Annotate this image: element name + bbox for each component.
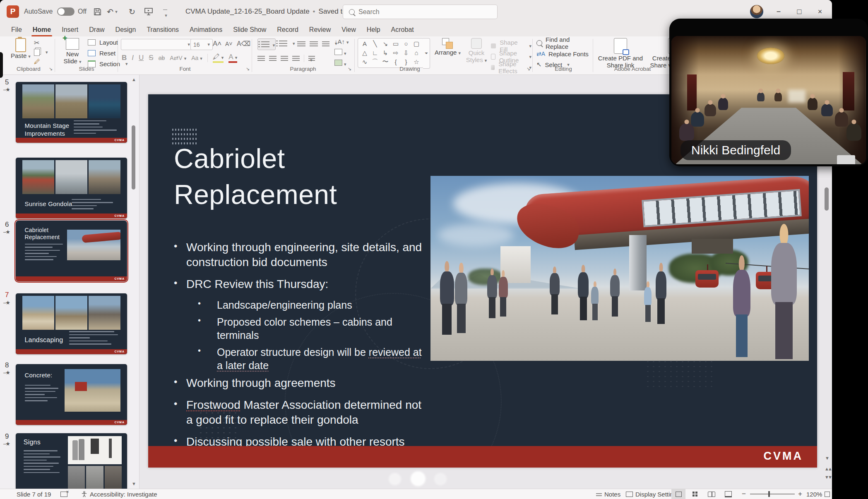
slideshow-view-button[interactable] xyxy=(721,489,735,499)
tab-draw[interactable]: Draw xyxy=(84,24,110,36)
shape-down-arrow[interactable]: ⇩ xyxy=(401,48,411,57)
shape-text-box[interactable]: A xyxy=(360,39,370,48)
increase-font-button[interactable]: A˄ xyxy=(213,40,221,48)
shape-triangle[interactable]: △ xyxy=(360,48,370,57)
tab-record[interactable]: Record xyxy=(272,24,304,36)
slide-5-thumbnail[interactable]: Mountain Stage Improvements CVMA xyxy=(16,82,127,143)
columns-button[interactable] xyxy=(308,56,315,61)
align-left-button[interactable] xyxy=(257,56,265,61)
shape-oval[interactable]: ○ xyxy=(401,39,411,48)
highlight-color-button[interactable]: 🖍 xyxy=(213,53,224,63)
redo-button[interactable]: ↻ xyxy=(125,0,139,23)
bold-button[interactable]: B xyxy=(122,54,127,62)
fit-to-window-button[interactable] xyxy=(825,489,830,499)
save-button[interactable] xyxy=(90,0,104,23)
customize-qat-button[interactable] xyxy=(158,0,172,23)
spell-check-button[interactable]: ✕ xyxy=(60,489,67,499)
find-replace-button[interactable]: Find and Replace xyxy=(536,38,592,48)
increase-indent-button[interactable] xyxy=(310,41,318,48)
tab-animations[interactable]: Animations xyxy=(184,24,228,36)
shape-elbow-connector[interactable]: ∟ xyxy=(370,48,380,57)
shape-curve[interactable]: 〜 xyxy=(380,58,390,66)
font-dialog-launcher[interactable]: ↘ xyxy=(246,66,250,72)
shape-rectangle[interactable]: ▭ xyxy=(391,39,401,48)
font-size-select[interactable]: 16 xyxy=(190,39,213,50)
tab-file[interactable]: File xyxy=(6,24,27,36)
shape-elbow-arrow-connector[interactable]: ↳ xyxy=(380,48,390,57)
format-painter-button[interactable]: 🖉 xyxy=(34,58,40,65)
tab-view[interactable]: View xyxy=(336,24,361,36)
shape-right-brace[interactable]: } xyxy=(401,58,411,66)
create-pdf-link-button[interactable]: Create PDF and Share link xyxy=(596,38,645,69)
shape-rounded-rectangle[interactable]: ▢ xyxy=(411,39,421,48)
next-slide-button[interactable]: ▼▼ xyxy=(825,475,831,480)
decrease-indent-button[interactable] xyxy=(297,41,305,48)
slide-7-thumbnail[interactable]: Cabriolet Replacement CVMA xyxy=(16,221,127,281)
autosave-toggle[interactable]: Off xyxy=(53,0,87,23)
zoom-slider[interactable] xyxy=(750,489,795,499)
replace-fonts-button[interactable]: ⇄AReplace Fonts xyxy=(536,48,589,59)
start-slideshow-button[interactable] xyxy=(142,0,156,23)
font-name-select[interactable] xyxy=(121,39,193,50)
shape-scribble[interactable]: ∿ xyxy=(360,58,370,66)
thumb-scroll-down[interactable]: ▼ xyxy=(132,481,136,486)
numbering-button[interactable] xyxy=(279,41,295,46)
shape-star[interactable]: ☆ xyxy=(411,58,421,66)
undo-button[interactable]: ↶ xyxy=(105,0,119,23)
strikethrough-button[interactable]: S xyxy=(149,54,153,62)
paragraph-dialog-launcher[interactable]: ↘ xyxy=(348,66,351,72)
text-direction-button[interactable]: ↓A↑ xyxy=(334,38,349,45)
canvas-scrollbar[interactable] xyxy=(825,187,829,211)
slide-indicator[interactable]: Slide 7 of 19 xyxy=(17,489,51,499)
accessibility-status[interactable]: Accessibility: Investigate xyxy=(81,489,157,499)
shape-left-brace[interactable]: { xyxy=(391,58,401,66)
video-call-overlay[interactable]: Nikki Bedingfeld xyxy=(669,19,868,166)
slide-8-thumbnail[interactable]: Landscaping CVMA xyxy=(16,293,127,354)
tab-design[interactable]: Design xyxy=(110,24,142,36)
gondola-rendering-image[interactable] xyxy=(430,176,809,361)
tab-home[interactable]: Home xyxy=(27,24,56,36)
justify-button[interactable] xyxy=(292,56,300,61)
shape-flowchart-shape[interactable]: ⌂ xyxy=(411,48,421,57)
reset-button[interactable]: Reset xyxy=(88,50,115,57)
thumb-scrollbar[interactable] xyxy=(132,125,135,190)
paste-button[interactable]: Paste xyxy=(11,38,31,59)
arrange-button[interactable]: Arrange xyxy=(435,38,461,56)
slide-sorter-button[interactable] xyxy=(688,489,702,499)
decrease-font-button[interactable]: A˅ xyxy=(225,41,233,47)
slide-9-thumbnail[interactable]: Concrete: CVMA xyxy=(16,364,127,425)
slide-title[interactable]: Cabriolet Replacement xyxy=(174,141,337,213)
shape-effects-button[interactable]: Shape Effects xyxy=(491,60,531,74)
quick-styles-button[interactable]: Quick Styles xyxy=(464,38,488,63)
bullets-button[interactable] xyxy=(257,38,276,50)
user-avatar[interactable] xyxy=(750,5,763,18)
font-color-button[interactable]: A xyxy=(228,53,237,63)
clear-formatting-button[interactable]: A⌫ xyxy=(237,40,250,48)
zoom-out-button[interactable]: − xyxy=(742,489,746,499)
copy-dropdown[interactable] xyxy=(44,48,48,55)
italic-button[interactable]: I xyxy=(132,54,134,62)
align-right-button[interactable] xyxy=(281,56,288,61)
character-spacing-button[interactable]: A⇄V xyxy=(170,55,186,61)
shape-line-arrow[interactable]: ↘ xyxy=(380,39,390,48)
tab-slide-show[interactable]: Slide Show xyxy=(228,24,272,36)
previous-slide-button[interactable]: ▲▲ xyxy=(825,466,831,471)
tab-review[interactable]: Review xyxy=(304,24,336,36)
double-strike-button[interactable]: ab xyxy=(159,55,165,61)
zoom-level[interactable]: 120% xyxy=(806,489,822,499)
tab-help[interactable]: Help xyxy=(361,24,386,36)
align-center-button[interactable] xyxy=(269,56,277,61)
canvas-scroll-down[interactable]: ▼ xyxy=(825,456,830,461)
thumb-scroll-up[interactable]: ▲ xyxy=(132,77,136,82)
tab-transitions[interactable]: Transitions xyxy=(141,24,184,36)
tab-insert[interactable]: Insert xyxy=(56,24,84,36)
shape-gallery-scroll[interactable]: ⏷ xyxy=(423,38,430,69)
zoom-in-button[interactable]: + xyxy=(798,489,802,499)
slide-6-thumbnail[interactable]: Sunrise Gondola CVMA xyxy=(16,158,127,218)
zoom-thumb[interactable] xyxy=(768,491,770,497)
clipboard-dialog-launcher[interactable]: ↘ xyxy=(49,66,53,72)
drawing-dialog-launcher[interactable]: ↘ xyxy=(527,66,530,72)
align-text-button[interactable] xyxy=(334,49,346,56)
normal-view-button[interactable] xyxy=(671,489,685,499)
change-case-button[interactable]: Aa xyxy=(191,55,202,61)
